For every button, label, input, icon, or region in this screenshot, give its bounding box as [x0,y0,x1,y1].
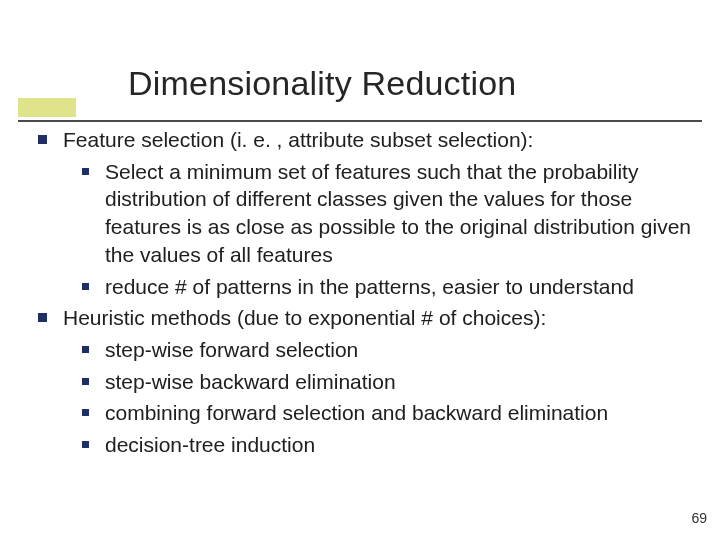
list-item: reduce # of patterns in the patterns, ea… [82,273,692,301]
list-item-text: Select a minimum set of features such th… [105,158,692,269]
bullet-icon [82,168,89,175]
list-item: combining forward selection and backward… [82,399,692,427]
bullet-icon [38,135,47,144]
list-item-text: combining forward selection and backward… [105,399,692,427]
list-item-text: Heuristic methods (due to exponential # … [63,304,692,332]
bullet-icon [82,283,89,290]
bullet-icon [38,313,47,322]
slide: Dimensionality Reduction Feature selecti… [0,0,720,540]
list-item: Heuristic methods (due to exponential # … [38,304,692,332]
list-item-text: Feature selection (i. e. , attribute sub… [63,126,692,154]
title-underline [18,120,702,122]
bullet-icon [82,346,89,353]
list-item-text: decision-tree induction [105,431,692,459]
list-item: Feature selection (i. e. , attribute sub… [38,126,692,154]
list-item: step-wise backward elimination [82,368,692,396]
bullet-icon [82,378,89,385]
list-item: Select a minimum set of features such th… [82,158,692,269]
bullet-icon [82,441,89,448]
slide-title: Dimensionality Reduction [128,64,516,103]
list-item: step-wise forward selection [82,336,692,364]
list-item: decision-tree induction [82,431,692,459]
accent-bar [18,98,76,117]
bullet-icon [82,409,89,416]
slide-body: Feature selection (i. e. , attribute sub… [38,126,692,463]
list-item-text: step-wise forward selection [105,336,692,364]
list-item-text: reduce # of patterns in the patterns, ea… [105,273,692,301]
list-item-text: step-wise backward elimination [105,368,692,396]
page-number: 69 [691,510,707,526]
